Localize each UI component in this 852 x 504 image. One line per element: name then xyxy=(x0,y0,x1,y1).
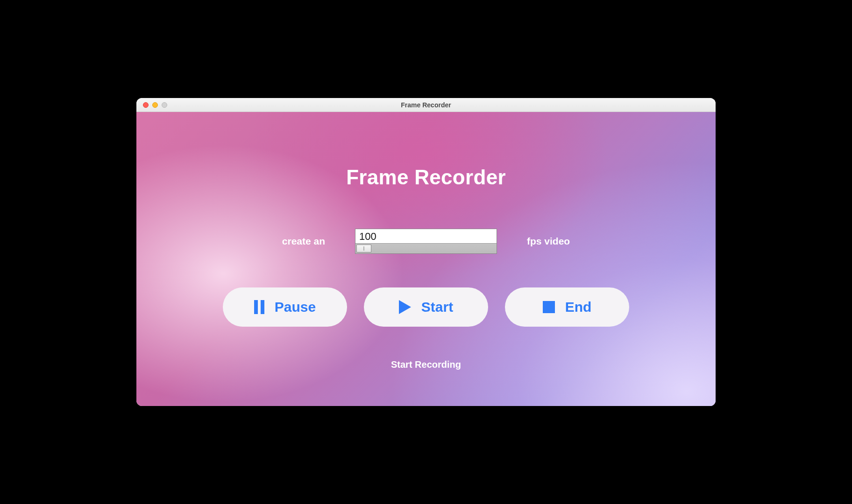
svg-rect-1 xyxy=(261,300,264,314)
end-button[interactable]: End xyxy=(505,287,629,327)
fps-slider-thumb[interactable] xyxy=(356,245,371,252)
button-row: Pause Start End xyxy=(223,287,629,327)
fps-row: create an 100 fps video xyxy=(282,229,570,254)
pause-icon xyxy=(254,300,264,314)
svg-marker-2 xyxy=(399,300,411,314)
titlebar: Frame Recorder xyxy=(136,98,716,112)
app-title: Frame Recorder xyxy=(346,166,506,189)
minimize-icon[interactable] xyxy=(152,102,158,108)
app-window: Frame Recorder Frame Recorder create an … xyxy=(136,98,716,406)
end-button-label: End xyxy=(565,299,592,315)
start-button-label: Start xyxy=(421,299,453,315)
play-icon xyxy=(399,300,411,314)
fps-suffix-label: fps video xyxy=(527,236,570,247)
app-content: Frame Recorder create an 100 fps video P… xyxy=(136,112,716,406)
fps-slider-track[interactable] xyxy=(355,243,497,253)
close-icon[interactable] xyxy=(143,102,149,108)
stop-icon xyxy=(543,301,555,313)
start-button[interactable]: Start xyxy=(364,287,488,327)
fps-input[interactable]: 100 xyxy=(355,229,497,243)
window-title: Frame Recorder xyxy=(136,101,716,109)
fps-spinbox[interactable]: 100 xyxy=(355,229,497,254)
fps-prefix-label: create an xyxy=(282,236,325,247)
status-text: Start Recording xyxy=(391,359,461,370)
pause-button[interactable]: Pause xyxy=(223,287,347,327)
pause-button-label: Pause xyxy=(275,299,316,315)
maximize-icon xyxy=(162,102,167,108)
svg-rect-3 xyxy=(543,301,555,313)
svg-rect-0 xyxy=(254,300,258,314)
window-controls xyxy=(136,102,167,108)
